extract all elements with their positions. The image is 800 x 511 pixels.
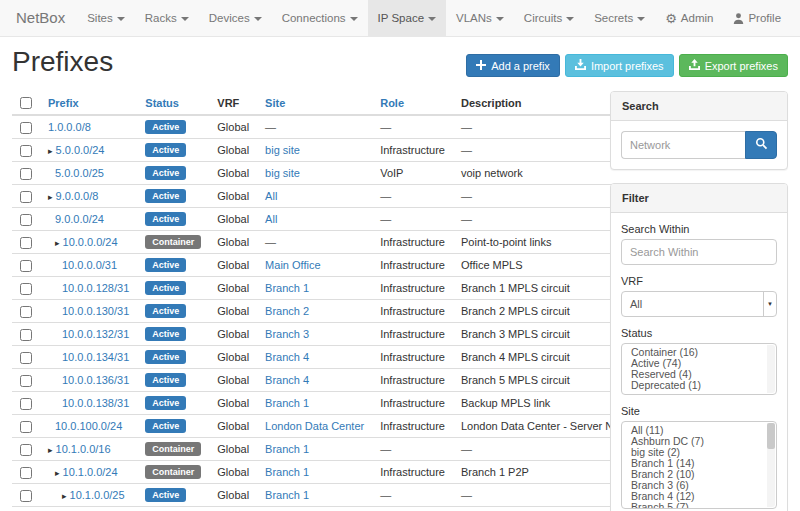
prefix-link[interactable]: 10.1.0.0/25 (70, 489, 125, 501)
nav-item-log-out[interactable]: Log out (791, 0, 800, 36)
site-link[interactable]: Branch 1 (265, 489, 309, 501)
row-checkbox[interactable] (20, 168, 32, 180)
site-link[interactable]: Main Office (265, 259, 320, 271)
nav-item-racks[interactable]: Racks (135, 0, 199, 36)
prefix-link[interactable]: 9.0.0.0/8 (56, 190, 99, 202)
row-checkbox[interactable] (20, 214, 32, 226)
site-cell: Branch 1 (257, 392, 372, 415)
prefix-link[interactable]: 1.0.0.0/8 (48, 121, 91, 133)
column-header-prefix[interactable]: Prefix (40, 91, 137, 115)
prefix-cell: 10.0.0.136/31 (40, 369, 137, 392)
site-multiselect[interactable]: All (11)Ashburn DC (7)big site (2)Branch… (621, 421, 777, 509)
nav-item-sites[interactable]: Sites (77, 0, 135, 36)
site-link[interactable]: Branch 2 (265, 305, 309, 317)
row-checkbox[interactable] (20, 421, 32, 433)
nav-item-secrets[interactable]: Secrets (584, 0, 655, 36)
site-link[interactable]: Branch 1 (265, 282, 309, 294)
site-link[interactable]: Branch 3 (265, 328, 309, 340)
select-option[interactable]: Deprecated (1) (622, 380, 766, 391)
prefix-link[interactable]: 10.0.100.0/24 (55, 420, 122, 432)
search-within-input[interactable] (621, 239, 777, 265)
export-prefixes-button[interactable]: Export prefixes (679, 54, 788, 77)
table-row: ▸10.1.0.0/24ContainerGlobalBranch 1Infra… (12, 461, 654, 484)
row-select-cell (12, 254, 40, 277)
nav-item-label: VLANs (456, 12, 492, 24)
expand-arrow-icon[interactable]: ▸ (48, 146, 53, 156)
site-link[interactable]: Branch 4 (265, 374, 309, 386)
row-select-cell (12, 484, 40, 507)
nav-item-circuits[interactable]: Circuits (514, 0, 584, 36)
status-cell: Active (137, 369, 209, 392)
nav-item-label: Connections (282, 12, 346, 24)
empty-value: — (461, 190, 472, 202)
row-checkbox[interactable] (20, 329, 32, 341)
site-link[interactable]: Branch 1 (265, 397, 309, 409)
row-checkbox[interactable] (20, 490, 32, 502)
site-link[interactable]: Branch 1 (265, 443, 309, 455)
nav-item-connections[interactable]: Connections (272, 0, 368, 36)
expand-arrow-icon[interactable]: ▸ (55, 238, 60, 248)
expand-arrow-icon[interactable]: ▸ (55, 468, 60, 478)
row-checkbox[interactable] (20, 283, 32, 295)
row-checkbox[interactable] (20, 444, 32, 456)
site-link[interactable]: All (265, 190, 277, 202)
site-link[interactable]: big site (265, 167, 300, 179)
row-checkbox[interactable] (20, 260, 32, 272)
prefix-link[interactable]: 10.0.0.128/31 (62, 282, 129, 294)
row-checkbox[interactable] (20, 352, 32, 364)
nav-item-devices[interactable]: Devices (199, 0, 272, 36)
nav-item-profile[interactable]: Profile (723, 0, 791, 36)
chevron-down-icon (350, 17, 358, 21)
prefix-link[interactable]: 10.0.0.132/31 (62, 328, 129, 340)
site-link[interactable]: Branch 1 (265, 466, 309, 478)
import-prefixes-button[interactable]: Import prefixes (565, 54, 674, 77)
scrollbar-track[interactable] (767, 345, 775, 393)
site-link[interactable]: Branch 4 (265, 351, 309, 363)
prefix-link[interactable]: 10.0.0.136/31 (62, 374, 129, 386)
prefix-link[interactable]: 10.1.0.0/16 (56, 443, 111, 455)
row-checkbox[interactable] (20, 398, 32, 410)
select-option[interactable]: Branch 5 (7) (622, 502, 766, 509)
row-checkbox[interactable] (20, 191, 32, 203)
column-header-role[interactable]: Role (372, 91, 453, 115)
column-header-status[interactable]: Status (137, 91, 209, 115)
prefix-link[interactable]: 9.0.0.0/24 (55, 213, 104, 225)
prefix-link[interactable]: 10.0.0.0/24 (63, 236, 118, 248)
row-select-cell (12, 392, 40, 415)
row-checkbox[interactable] (20, 145, 32, 157)
status-badge: Active (145, 304, 186, 318)
row-checkbox[interactable] (20, 467, 32, 479)
prefix-link[interactable]: 10.0.0.0/31 (62, 259, 117, 271)
site-link[interactable]: London Data Center (265, 420, 364, 432)
site-link[interactable]: All (265, 213, 277, 225)
scrollbar-thumb[interactable] (767, 423, 775, 449)
select-all-checkbox[interactable] (20, 97, 32, 109)
add-prefix-button[interactable]: Add a prefix (466, 54, 560, 77)
app-brand[interactable]: NetBox (0, 0, 77, 36)
nav-item-ip-space[interactable]: IP Space (368, 0, 446, 36)
vrf-select[interactable]: All ▼ (621, 291, 777, 317)
nav-item-vlans[interactable]: VLANs (446, 0, 514, 36)
row-select-cell (12, 231, 40, 254)
navbar: NetBox SitesRacksDevicesConnectionsIP Sp… (0, 0, 800, 37)
status-multiselect[interactable]: Container (16)Active (74)Reserved (4)Dep… (621, 343, 777, 395)
expand-arrow-icon[interactable]: ▸ (48, 445, 53, 455)
prefix-link[interactable]: 10.0.0.130/31 (62, 305, 129, 317)
column-header-site[interactable]: Site (257, 91, 372, 115)
prefix-link[interactable]: 5.0.0.0/24 (56, 144, 105, 156)
nav-item-admin[interactable]: ⚙Admin (655, 0, 723, 36)
row-checkbox[interactable] (20, 306, 32, 318)
chevron-down-icon (566, 17, 574, 21)
prefix-link[interactable]: 10.1.0.0/24 (63, 466, 118, 478)
row-checkbox[interactable] (20, 237, 32, 249)
expand-arrow-icon[interactable]: ▸ (48, 192, 53, 202)
row-checkbox[interactable] (20, 375, 32, 387)
prefix-link[interactable]: 10.0.0.138/31 (62, 397, 129, 409)
expand-arrow-icon[interactable]: ▸ (62, 491, 67, 501)
search-input[interactable] (621, 131, 745, 159)
site-link[interactable]: big site (265, 144, 300, 156)
search-button[interactable] (745, 131, 777, 159)
prefix-link[interactable]: 10.0.0.134/31 (62, 351, 129, 363)
row-checkbox[interactable] (20, 122, 32, 134)
prefix-link[interactable]: 5.0.0.0/25 (55, 167, 104, 179)
